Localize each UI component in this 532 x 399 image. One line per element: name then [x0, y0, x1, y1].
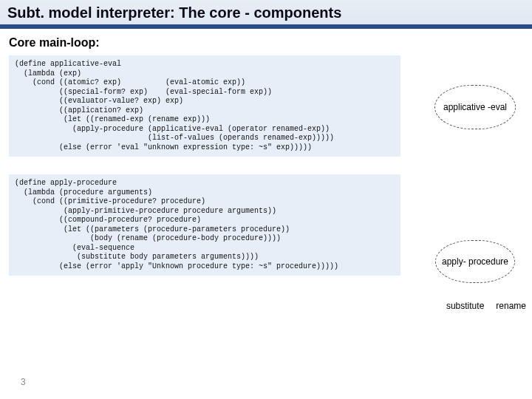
content-area: (define applicative-eval (lambda (exp) (… [0, 55, 532, 276]
slide-title: Subt. model interpreter: The core - comp… [7, 4, 525, 21]
callout-applicative-eval: applicative -eval [434, 85, 516, 129]
label-substitute: substitute [446, 301, 484, 311]
title-bar: Subt. model interpreter: The core - comp… [0, 0, 532, 29]
label-rename: rename [496, 301, 526, 311]
side-labels: substitute rename [446, 301, 526, 311]
section-subheading: Core main-loop: [0, 29, 532, 55]
callout-label: apply- procedure [442, 256, 508, 267]
callout-apply-procedure: apply- procedure [435, 240, 515, 283]
code-block-apply-procedure: (define apply-procedure (lambda (procedu… [9, 174, 400, 276]
code-block-applicative-eval: (define applicative-eval (lambda (exp) (… [9, 55, 400, 157]
callout-label: applicative -eval [443, 102, 507, 112]
page-number: 3 [21, 377, 26, 387]
